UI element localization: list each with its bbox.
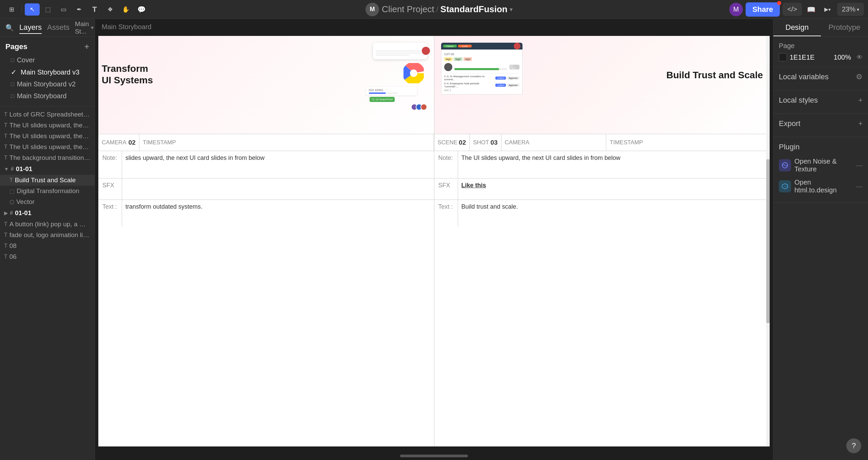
pages-title: Pages bbox=[5, 42, 27, 51]
timestamp-cell-left: TIMESTAMP bbox=[139, 134, 434, 151]
tab-assets[interactable]: Assets bbox=[47, 22, 70, 34]
book-button[interactable]: 📖 bbox=[805, 3, 818, 16]
note-input-right[interactable]: The UI slides upward, the next UI card s… bbox=[458, 151, 770, 178]
toolbar-center: M Client Project / StandardFusion ▾ bbox=[150, 3, 728, 16]
export-label: Export bbox=[779, 119, 801, 128]
list-item[interactable]: T fade out, logo animation like this (1.… bbox=[0, 230, 95, 241]
bottom-scroll-thumb[interactable] bbox=[400, 455, 468, 457]
camera-input-right[interactable] bbox=[531, 139, 603, 146]
chevron-down-icon[interactable]: ▾ bbox=[91, 24, 94, 31]
frame-button[interactable]: ⬚ bbox=[40, 3, 55, 16]
list-item[interactable]: T 06 bbox=[0, 251, 95, 262]
play-chevron-icon: ▾ bbox=[828, 7, 831, 12]
timestamp-input-left[interactable] bbox=[177, 139, 430, 146]
text-icon: T bbox=[4, 232, 7, 238]
tab-layers[interactable]: Layers bbox=[19, 22, 42, 34]
shape-button[interactable]: ▭ bbox=[56, 3, 71, 16]
export-section: Export + bbox=[773, 114, 868, 137]
components-button[interactable]: ❖ bbox=[103, 3, 118, 16]
code-button[interactable]: </> bbox=[783, 3, 802, 16]
page-item-v2[interactable]: □ Main Storyboard v2 bbox=[0, 78, 95, 90]
list-item[interactable]: T Lots of GRC Spreadsheets pop ups bbox=[0, 109, 95, 120]
page-item-cover[interactable]: □ Cover bbox=[0, 54, 95, 66]
page-icon: □ bbox=[11, 57, 14, 63]
add-style-button[interactable]: + bbox=[858, 96, 863, 105]
scene-right: Build Trust and Scale Canva Lucid bbox=[434, 36, 770, 446]
toolbar: ⊞ ↖ ⬚ ▭ ✒ T ❖ ✋ 💬 M Client bbox=[0, 0, 868, 19]
plugin-item-noise[interactable]: Open Noise & Texture — bbox=[779, 155, 863, 176]
page-indicator: Main St... bbox=[75, 20, 89, 35]
toolbar-left-group: ⊞ ↖ ⬚ ▭ ✒ T ❖ ✋ 💬 bbox=[4, 3, 149, 16]
storyboard-label: Main Storyboard bbox=[102, 23, 152, 31]
list-item[interactable]: T The UI slides upward, the next UI ... bbox=[0, 142, 95, 152]
list-item[interactable]: T The UI slides upward, the next UI ... bbox=[0, 120, 95, 131]
text-label-right: Text : bbox=[434, 200, 458, 227]
comment-button[interactable]: 💬 bbox=[134, 3, 149, 16]
scrollbar-thumb[interactable] bbox=[766, 159, 770, 323]
badge: TL-15 SharePoint bbox=[370, 97, 395, 102]
play-icon: ▶ bbox=[824, 6, 828, 13]
cursor-button[interactable]: ↖ bbox=[25, 3, 40, 16]
canvas-title-right: Build Trust and Scale bbox=[666, 70, 763, 81]
timestamp-input-right[interactable] bbox=[644, 139, 766, 146]
text-icon: T bbox=[92, 5, 97, 14]
list-item[interactable]: T 08 bbox=[0, 241, 95, 251]
play-button[interactable]: ▶ ▾ bbox=[821, 3, 834, 16]
sfx-input-right[interactable]: Like this bbox=[458, 179, 770, 200]
note-input-left[interactable]: slides upward, the next UI card slides i… bbox=[122, 151, 434, 178]
list-item[interactable]: T The background transitions to a br... bbox=[0, 152, 95, 163]
color-value: 1E1E1E bbox=[790, 54, 814, 61]
add-variable-button[interactable]: ⚙ bbox=[856, 72, 863, 81]
text-icon: T bbox=[4, 243, 7, 249]
list-item-build-trust[interactable]: T Build Trust and Scale bbox=[0, 175, 95, 186]
help-button[interactable]: ? bbox=[846, 438, 861, 453]
pen-button[interactable]: ✒ bbox=[72, 3, 86, 16]
text-input-left[interactable]: transform outdated systems. bbox=[122, 200, 434, 227]
zoom-chevron-icon: ▾ bbox=[857, 7, 859, 12]
breadcrumb-separator: / bbox=[436, 5, 438, 14]
share-notification-dot bbox=[777, 1, 781, 5]
page-label: Cover bbox=[17, 56, 35, 64]
layer-group-01-01-b[interactable]: ▶ # 01-01 bbox=[0, 207, 95, 219]
layers-list: T Lots of GRC Spreadsheets pop ups T The… bbox=[0, 108, 95, 460]
list-item-digital-transform[interactable]: ⬚ Digital Transformation bbox=[0, 186, 95, 196]
visibility-icon[interactable]: 👁 bbox=[856, 54, 863, 61]
canvas-bottom-scrollbar[interactable] bbox=[95, 455, 773, 457]
text-input-right[interactable]: Build trust and scale. bbox=[458, 200, 770, 227]
chevron-down-icon[interactable]: ▾ bbox=[510, 6, 513, 13]
plugin-item-html[interactable]: </> Open html.to.design — bbox=[779, 176, 863, 197]
text-icon: T bbox=[4, 133, 7, 139]
pages-header: Pages + bbox=[0, 39, 95, 54]
color-swatch[interactable] bbox=[779, 53, 787, 61]
note-row-right: Note: The UI slides upward, the next UI … bbox=[434, 151, 770, 179]
text-icon: T bbox=[4, 122, 7, 128]
list-item[interactable]: T The UI slides upward, the next UI ... bbox=[0, 131, 95, 142]
page-item-main[interactable]: □ Main Storyboard bbox=[0, 90, 95, 102]
plugin-dash-html: — bbox=[856, 183, 863, 190]
breadcrumb: Client Project / StandardFusion ▾ bbox=[382, 4, 513, 15]
hand-button[interactable]: ✋ bbox=[118, 3, 133, 16]
sfx-label-right: SFX bbox=[434, 179, 458, 200]
tab-design[interactable]: Design bbox=[773, 19, 821, 36]
text-row-left: Text : transform outdated systems. bbox=[98, 200, 434, 227]
text-button[interactable]: T bbox=[87, 3, 102, 16]
list-item-vector[interactable]: ⬡ Vector bbox=[0, 196, 95, 207]
team-avatar: M bbox=[729, 3, 743, 16]
layer-group-01-01-a[interactable]: ▼ # 01-01 bbox=[0, 163, 95, 175]
avatar-right bbox=[514, 43, 520, 49]
tab-prototype[interactable]: Prototype bbox=[821, 19, 868, 36]
add-export-button[interactable]: + bbox=[858, 119, 863, 128]
page-item-v3[interactable]: ✓ Main Storyboard v3 bbox=[0, 66, 95, 78]
add-page-button[interactable]: + bbox=[84, 42, 89, 51]
text-icon: T bbox=[4, 221, 7, 227]
plugin-title: Plugin bbox=[779, 143, 800, 151]
search-icon[interactable]: 🔍 bbox=[5, 24, 14, 32]
plugin-icon-html: </> bbox=[779, 180, 791, 192]
share-button[interactable]: Share bbox=[746, 2, 780, 17]
sfx-input-left[interactable] bbox=[122, 179, 434, 200]
vertical-scrollbar[interactable] bbox=[766, 36, 770, 446]
scene-num-cell: SCENE 02 bbox=[434, 134, 470, 151]
list-item[interactable]: T A button (link) pop up, a mouse cu... bbox=[0, 219, 95, 230]
zoom-control[interactable]: 23% ▾ bbox=[837, 3, 864, 16]
grid-button[interactable]: ⊞ bbox=[4, 3, 19, 16]
